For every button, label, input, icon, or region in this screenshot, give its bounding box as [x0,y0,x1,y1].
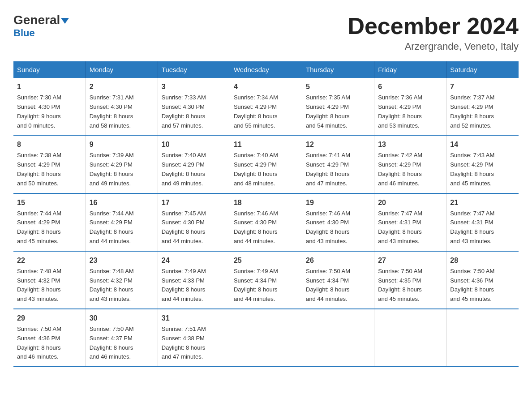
day-cell-19: 19Sunrise: 7:46 AMSunset: 4:30 PMDayligh… [302,193,374,251]
day-info: Sunrise: 7:43 AMSunset: 4:29 PMDaylight:… [450,152,494,186]
page-header: General Blue December 2024 Arzergrande, … [13,13,519,52]
logo-general: General [13,13,69,27]
empty-cell [230,309,302,367]
day-info: Sunrise: 7:40 AMSunset: 4:29 PMDaylight:… [162,152,206,186]
day-number: 10 [162,139,226,150]
day-info: Sunrise: 7:34 AMSunset: 4:29 PMDaylight:… [234,94,278,128]
week-row-2: 8Sunrise: 7:38 AMSunset: 4:29 PMDaylight… [13,135,519,193]
day-cell-13: 13Sunrise: 7:42 AMSunset: 4:29 PMDayligh… [374,135,446,193]
empty-cell [446,309,519,367]
day-number: 11 [234,139,298,150]
day-number: 1 [17,81,82,92]
day-number: 27 [378,255,442,266]
day-cell-5: 5Sunrise: 7:35 AMSunset: 4:29 PMDaylight… [302,78,374,135]
day-number: 20 [378,197,442,208]
day-info: Sunrise: 7:48 AMSunset: 4:32 PMDaylight:… [17,268,61,302]
day-info: Sunrise: 7:45 AMSunset: 4:30 PMDaylight:… [162,210,206,244]
day-cell-1: 1Sunrise: 7:30 AMSunset: 4:30 PMDaylight… [13,78,86,135]
day-number: 24 [162,255,226,266]
week-row-1: 1Sunrise: 7:30 AMSunset: 4:30 PMDaylight… [13,78,519,135]
day-info: Sunrise: 7:50 AMSunset: 4:36 PMDaylight:… [450,268,494,302]
day-info: Sunrise: 7:50 AMSunset: 4:35 PMDaylight:… [378,268,422,302]
day-number: 19 [306,197,370,208]
day-info: Sunrise: 7:42 AMSunset: 4:29 PMDaylight:… [378,152,422,186]
weekday-header-monday: Monday [86,61,158,78]
day-info: Sunrise: 7:40 AMSunset: 4:29 PMDaylight:… [234,152,278,186]
day-cell-28: 28Sunrise: 7:50 AMSunset: 4:36 PMDayligh… [446,251,519,309]
day-cell-10: 10Sunrise: 7:40 AMSunset: 4:29 PMDayligh… [158,135,230,193]
day-info: Sunrise: 7:30 AMSunset: 4:30 PMDaylight:… [17,94,61,128]
day-cell-22: 22Sunrise: 7:48 AMSunset: 4:32 PMDayligh… [13,251,86,309]
day-info: Sunrise: 7:46 AMSunset: 4:30 PMDaylight:… [234,210,278,244]
day-number: 16 [90,197,154,208]
day-info: Sunrise: 7:50 AMSunset: 4:36 PMDaylight:… [17,325,61,360]
day-info: Sunrise: 7:49 AMSunset: 4:33 PMDaylight:… [162,268,206,302]
page-title: December 2024 [348,13,519,39]
day-info: Sunrise: 7:50 AMSunset: 4:34 PMDaylight:… [306,268,350,302]
day-info: Sunrise: 7:49 AMSunset: 4:34 PMDaylight:… [234,268,278,302]
day-info: Sunrise: 7:36 AMSunset: 4:29 PMDaylight:… [378,94,422,128]
day-number: 4 [234,81,298,92]
day-number: 14 [450,139,515,150]
day-cell-31: 31Sunrise: 7:51 AMSunset: 4:38 PMDayligh… [158,309,230,367]
day-cell-15: 15Sunrise: 7:44 AMSunset: 4:29 PMDayligh… [13,193,86,251]
day-number: 31 [162,313,226,324]
weekday-header-sunday: Sunday [13,61,86,78]
day-info: Sunrise: 7:33 AMSunset: 4:30 PMDaylight:… [162,94,206,128]
day-cell-2: 2Sunrise: 7:31 AMSunset: 4:30 PMDaylight… [86,78,158,135]
day-cell-8: 8Sunrise: 7:38 AMSunset: 4:29 PMDaylight… [13,135,86,193]
day-number: 5 [306,81,370,92]
day-number: 13 [378,139,442,150]
day-info: Sunrise: 7:31 AMSunset: 4:30 PMDaylight:… [90,94,134,128]
week-row-3: 15Sunrise: 7:44 AMSunset: 4:29 PMDayligh… [13,193,519,251]
day-number: 2 [90,81,154,92]
day-info: Sunrise: 7:46 AMSunset: 4:30 PMDaylight:… [306,210,350,244]
day-cell-9: 9Sunrise: 7:39 AMSunset: 4:29 PMDaylight… [86,135,158,193]
weekday-header-wednesday: Wednesday [230,61,302,78]
empty-cell [302,309,374,367]
week-row-5: 29Sunrise: 7:50 AMSunset: 4:36 PMDayligh… [13,309,519,367]
day-cell-21: 21Sunrise: 7:47 AMSunset: 4:31 PMDayligh… [446,193,519,251]
empty-cell [374,309,446,367]
day-cell-23: 23Sunrise: 7:48 AMSunset: 4:32 PMDayligh… [86,251,158,309]
title-block: December 2024 Arzergrande, Veneto, Italy [348,13,519,52]
day-info: Sunrise: 7:51 AMSunset: 4:38 PMDaylight:… [162,325,206,360]
day-cell-6: 6Sunrise: 7:36 AMSunset: 4:29 PMDaylight… [374,78,446,135]
day-number: 23 [90,255,154,266]
day-cell-7: 7Sunrise: 7:37 AMSunset: 4:29 PMDaylight… [446,78,519,135]
day-number: 6 [378,81,442,92]
day-cell-18: 18Sunrise: 7:46 AMSunset: 4:30 PMDayligh… [230,193,302,251]
day-number: 25 [234,255,298,266]
day-cell-12: 12Sunrise: 7:41 AMSunset: 4:29 PMDayligh… [302,135,374,193]
day-cell-14: 14Sunrise: 7:43 AMSunset: 4:29 PMDayligh… [446,135,519,193]
day-info: Sunrise: 7:35 AMSunset: 4:29 PMDaylight:… [306,94,350,128]
day-number: 8 [17,139,82,150]
page-subtitle: Arzergrande, Veneto, Italy [348,41,519,52]
day-cell-3: 3Sunrise: 7:33 AMSunset: 4:30 PMDaylight… [158,78,230,135]
day-cell-30: 30Sunrise: 7:50 AMSunset: 4:37 PMDayligh… [86,309,158,367]
day-info: Sunrise: 7:39 AMSunset: 4:29 PMDaylight:… [90,152,134,186]
day-number: 18 [234,197,298,208]
day-number: 29 [17,313,82,324]
logo: General Blue [13,13,69,39]
calendar-table: SundayMondayTuesdayWednesdayThursdayFrid… [13,61,519,367]
day-info: Sunrise: 7:38 AMSunset: 4:29 PMDaylight:… [17,152,61,186]
weekday-header-saturday: Saturday [446,61,519,78]
day-number: 12 [306,139,370,150]
day-number: 17 [162,197,226,208]
day-cell-11: 11Sunrise: 7:40 AMSunset: 4:29 PMDayligh… [230,135,302,193]
day-info: Sunrise: 7:41 AMSunset: 4:29 PMDaylight:… [306,152,350,186]
day-cell-16: 16Sunrise: 7:44 AMSunset: 4:29 PMDayligh… [86,193,158,251]
weekday-header-friday: Friday [374,61,446,78]
day-cell-25: 25Sunrise: 7:49 AMSunset: 4:34 PMDayligh… [230,251,302,309]
day-number: 9 [90,139,154,150]
day-number: 30 [90,313,154,324]
day-number: 21 [450,197,515,208]
day-info: Sunrise: 7:47 AMSunset: 4:31 PMDaylight:… [378,210,422,244]
day-cell-26: 26Sunrise: 7:50 AMSunset: 4:34 PMDayligh… [302,251,374,309]
day-info: Sunrise: 7:50 AMSunset: 4:37 PMDaylight:… [90,325,134,360]
logo-blue: Blue [13,27,35,39]
day-info: Sunrise: 7:44 AMSunset: 4:29 PMDaylight:… [90,210,134,244]
day-number: 26 [306,255,370,266]
weekday-header-tuesday: Tuesday [158,61,230,78]
